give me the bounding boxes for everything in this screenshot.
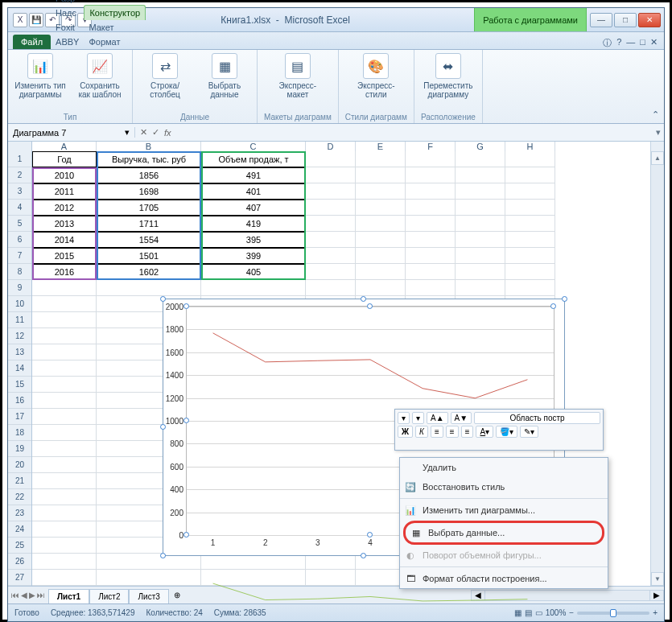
doc-min-icon[interactable]: — [626, 37, 635, 49]
cell[interactable]: 419 [201, 216, 306, 232]
cell[interactable] [456, 216, 505, 232]
cell[interactable]: 2010 [32, 167, 97, 183]
cell[interactable] [32, 570, 97, 586]
cell[interactable] [32, 393, 97, 409]
row-header-7[interactable]: 7 [8, 248, 31, 264]
doc-close-icon[interactable]: ✕ [650, 37, 658, 49]
cell[interactable]: 2011 [32, 183, 97, 200]
view-layout-icon[interactable]: ▤ [525, 608, 532, 617]
cell[interactable] [406, 248, 456, 264]
cell[interactable] [505, 151, 555, 167]
cell[interactable] [505, 232, 555, 248]
cell[interactable] [97, 554, 201, 570]
cell[interactable] [456, 248, 505, 264]
quick-layout-button[interactable]: ▤Экспресс-макет [272, 53, 324, 99]
ctx-select-data[interactable]: ▦Выбрать данные... [403, 521, 604, 545]
cell[interactable] [456, 151, 505, 167]
select-data-button[interactable]: ▦Выбрать данные [199, 53, 250, 99]
chevron-down-icon[interactable]: ▾ [125, 127, 130, 138]
tab-Разр[interactable]: Разр [51, 0, 84, 6]
mini-bold-icon[interactable]: Ж [398, 426, 413, 438]
row-header-9[interactable]: 9 [8, 280, 31, 296]
help-icon[interactable]: ⓘ [603, 37, 612, 49]
move-chart-button[interactable]: ⬌Переместить диаграмму [423, 53, 474, 99]
row-header-1[interactable]: 1 [8, 151, 31, 167]
mini-fill-color-icon[interactable]: 🪣▾ [496, 426, 517, 438]
cell[interactable]: 407 [201, 200, 306, 216]
row-header-12[interactable]: 12 [8, 328, 31, 344]
cell[interactable] [456, 167, 505, 183]
view-pagebreak-icon[interactable]: ▭ [535, 608, 542, 617]
cell[interactable] [32, 377, 97, 393]
cell[interactable] [456, 232, 505, 248]
cell[interactable] [32, 457, 97, 473]
ctx-change-chart-type[interactable]: 📊Изменить тип диаграммы... [400, 500, 608, 520]
row-header-25[interactable]: 25 [8, 538, 31, 554]
maximize-button[interactable]: □ [614, 13, 637, 27]
sheet-tab[interactable]: Лист3 [129, 589, 168, 603]
tab-nav-last-icon[interactable]: ⏭ [37, 591, 45, 599]
view-normal-icon[interactable]: ▦ [514, 608, 522, 617]
save-as-template-button[interactable]: 📈Сохранить как шаблон [74, 53, 126, 99]
cell[interactable] [505, 183, 555, 200]
cell[interactable]: 491 [201, 167, 306, 183]
cell[interactable] [306, 167, 356, 183]
zoom-in-icon[interactable]: + [653, 608, 658, 617]
cell[interactable] [201, 280, 306, 296]
cell[interactable] [356, 248, 406, 264]
tab-Формат[interactable]: Формат [84, 35, 146, 49]
cell[interactable] [32, 521, 97, 538]
new-sheet-icon[interactable]: ⊕ [169, 591, 185, 599]
cell[interactable]: 395 [201, 232, 306, 248]
excel-icon[interactable]: X [13, 13, 27, 27]
mini-shrink-font-icon[interactable]: A▼ [451, 412, 472, 424]
row-header-2[interactable]: 2 [8, 167, 31, 183]
cell[interactable] [32, 280, 97, 296]
ribbon-help-icon[interactable]: ? [616, 37, 621, 49]
row-header-24[interactable]: 24 [8, 521, 31, 538]
cell[interactable] [456, 183, 505, 200]
cell[interactable] [32, 505, 97, 521]
cell[interactable] [306, 200, 356, 216]
row-header-23[interactable]: 23 [8, 505, 31, 521]
row-header-16[interactable]: 16 [8, 393, 31, 409]
cell[interactable]: 1856 [97, 167, 201, 183]
cell[interactable] [306, 216, 356, 232]
tab-Foxit[interactable]: Foxit [51, 20, 84, 35]
cell[interactable]: 2013 [32, 216, 97, 232]
quick-styles-button[interactable]: 🎨Экспресс-стили [350, 53, 402, 99]
cell[interactable] [356, 183, 406, 200]
cell[interactable] [356, 167, 406, 183]
mini-fontsize-dropdown[interactable]: ▾ [412, 412, 424, 424]
mini-grow-font-icon[interactable]: A▲ [427, 412, 448, 424]
cell[interactable] [356, 200, 406, 216]
row-header-17[interactable]: 17 [8, 409, 31, 425]
fx-icon[interactable]: fx [164, 128, 171, 138]
cell[interactable] [356, 264, 406, 280]
mini-element-box[interactable]: Область постр [474, 412, 600, 424]
mini-font-color-icon[interactable]: A▾ [476, 426, 493, 438]
cell[interactable]: Год [32, 151, 97, 167]
save-icon[interactable]: 💾 [29, 13, 43, 27]
vertical-scrollbar[interactable]: ▲▼ [650, 151, 664, 586]
col-header-H[interactable]: H [505, 142, 555, 151]
cell[interactable] [406, 216, 456, 232]
zoom-slider[interactable] [577, 612, 649, 615]
col-header-C[interactable]: C [201, 142, 306, 151]
row-header-10[interactable]: 10 [8, 296, 31, 312]
cell[interactable]: 2016 [32, 264, 97, 280]
sheet-tab[interactable]: Лист2 [89, 589, 129, 603]
cell[interactable] [97, 280, 201, 296]
cell[interactable]: 1602 [97, 264, 201, 280]
cell[interactable] [505, 280, 555, 296]
cell[interactable] [32, 296, 97, 312]
row-header-3[interactable]: 3 [8, 183, 31, 200]
cell[interactable] [505, 167, 555, 183]
cell[interactable]: Выручка, тыс. руб [97, 151, 201, 167]
cell[interactable]: 1554 [97, 232, 201, 248]
accept-formula-icon[interactable]: ✓ [152, 127, 159, 138]
cell[interactable] [406, 280, 456, 296]
ctx-format-plot-area[interactable]: 🗔Формат области построения... [400, 569, 608, 588]
row-header-4[interactable]: 4 [8, 200, 31, 216]
mini-toolbar[interactable]: ▾ ▾ A▲ A▼ Область постр Ж К ≡ ≡ ≡ A▾ 🪣▾ [394, 409, 604, 451]
